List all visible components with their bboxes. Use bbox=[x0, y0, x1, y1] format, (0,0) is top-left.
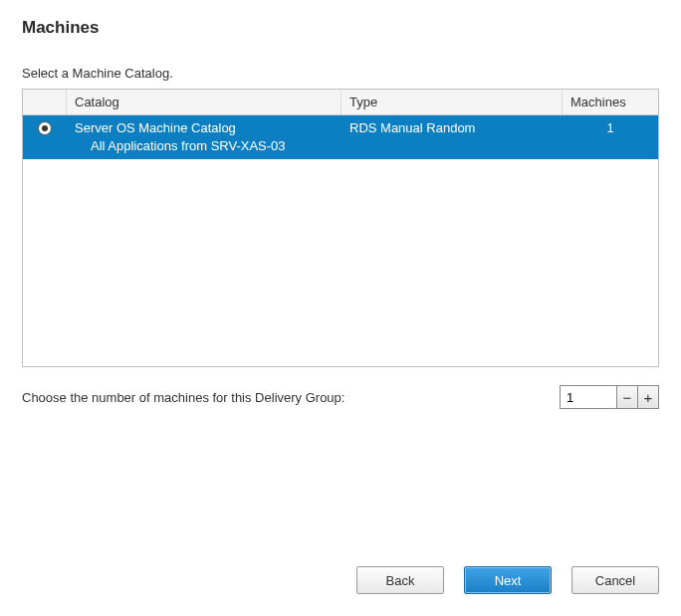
row-catalog-cell: Server OS Machine Catalog All Applicatio… bbox=[67, 119, 341, 155]
increment-button[interactable]: + bbox=[637, 385, 659, 409]
radio-icon[interactable] bbox=[38, 121, 52, 135]
choose-label: Choose the number of machines for this D… bbox=[22, 390, 344, 405]
col-header-type[interactable]: Type bbox=[341, 90, 563, 114]
footer-buttons: Back Next Cancel bbox=[356, 566, 659, 594]
catalog-name: Server OS Machine Catalog bbox=[75, 119, 334, 137]
decrement-button[interactable]: − bbox=[616, 385, 638, 409]
cancel-button[interactable]: Cancel bbox=[571, 566, 659, 594]
table-header-row: Catalog Type Machines bbox=[23, 90, 658, 115]
col-header-radio bbox=[23, 90, 67, 114]
subtitle: Select a Machine Catalog. bbox=[22, 66, 659, 81]
back-button[interactable]: Back bbox=[356, 566, 444, 594]
machine-count-input[interactable] bbox=[560, 385, 617, 409]
col-header-machines[interactable]: Machines bbox=[563, 90, 658, 114]
machine-count-spinner: − + bbox=[560, 385, 659, 409]
col-header-catalog[interactable]: Catalog bbox=[67, 90, 341, 114]
catalog-subtext: All Applications from SRV-XAS-03 bbox=[75, 137, 334, 155]
page-title: Machines bbox=[22, 18, 659, 38]
table-row[interactable]: Server OS Machine Catalog All Applicatio… bbox=[23, 115, 658, 159]
row-radio-cell[interactable] bbox=[23, 119, 67, 135]
next-button[interactable]: Next bbox=[464, 566, 552, 594]
radio-dot-icon bbox=[42, 125, 48, 131]
choose-machines-row: Choose the number of machines for this D… bbox=[22, 385, 659, 409]
row-type-cell: RDS Manual Random bbox=[341, 119, 563, 137]
catalog-table: Catalog Type Machines Server OS Machine … bbox=[22, 89, 659, 367]
row-machines-cell: 1 bbox=[563, 119, 658, 137]
